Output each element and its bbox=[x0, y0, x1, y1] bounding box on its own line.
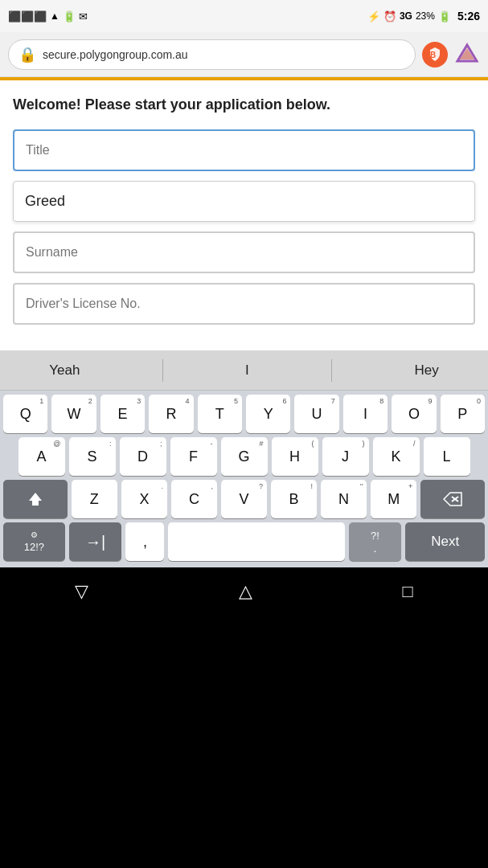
autocomplete-divider-2 bbox=[331, 359, 332, 382]
message-icon: ✉ bbox=[79, 10, 88, 23]
notification-icon: ⬛⬛⬛ bbox=[8, 10, 47, 23]
period-key[interactable]: ?!. bbox=[349, 522, 402, 561]
time-display: 5:26 bbox=[457, 10, 480, 23]
battery-icon: 🔋 bbox=[63, 10, 76, 23]
autocomplete-divider-1 bbox=[162, 359, 163, 382]
alarm-icon: ⏰ bbox=[383, 10, 396, 23]
key-p[interactable]: 0P bbox=[441, 395, 485, 433]
address-bar: 🔒 secure.polygongroup.com.au B bbox=[0, 32, 488, 77]
gear-numbers-icon: ⚙ bbox=[31, 530, 38, 539]
key-s[interactable]: :S bbox=[69, 437, 116, 476]
welcome-message: Welcome! Please start your application b… bbox=[13, 96, 475, 113]
home-nav-icon[interactable]: △ bbox=[239, 581, 252, 602]
keyboard-row-4: ⚙ 12!? →| , ?!. Next bbox=[0, 518, 488, 567]
signal-bars: ▲ bbox=[50, 10, 59, 22]
key-x[interactable]: .X bbox=[121, 480, 167, 518]
dropdown-greed-option[interactable]: Greed bbox=[13, 181, 475, 222]
back-nav-icon[interactable]: ▽ bbox=[75, 581, 88, 602]
key-q[interactable]: 1Q bbox=[3, 395, 47, 433]
keyboard-row-3: Z .X ,C ?V !B "N +M bbox=[0, 476, 488, 518]
tab-icon: →| bbox=[85, 533, 105, 551]
bluetooth-icon: ⚡ bbox=[367, 10, 380, 23]
backspace-key[interactable] bbox=[420, 480, 485, 518]
key-w[interactable]: 2W bbox=[51, 395, 96, 433]
comma-key[interactable]: , bbox=[125, 522, 164, 561]
key-r[interactable]: 4R bbox=[149, 395, 193, 433]
url-bar[interactable]: 🔒 secure.polygongroup.com.au bbox=[8, 39, 416, 70]
key-f[interactable]: -F bbox=[170, 437, 217, 476]
key-g[interactable]: #G bbox=[221, 437, 268, 476]
key-d[interactable]: ;D bbox=[120, 437, 166, 476]
url-text: secure.polygongroup.com.au bbox=[43, 48, 405, 61]
lock-icon: 🔒 bbox=[18, 46, 36, 63]
recent-nav-icon[interactable]: □ bbox=[402, 581, 412, 602]
key-h[interactable]: (H bbox=[272, 437, 318, 476]
key-v[interactable]: ?V bbox=[221, 480, 267, 518]
tab-key[interactable]: →| bbox=[69, 522, 122, 561]
status-left-icons: ⬛⬛⬛ ▲ 🔋 ✉ bbox=[8, 10, 88, 23]
keyboard-row-1: 1Q 2W 3E 4R 5T 6Y 7U 8I 9O 0P bbox=[0, 391, 488, 433]
key-y[interactable]: 6Y bbox=[246, 395, 290, 433]
key-m[interactable]: +M bbox=[371, 480, 416, 518]
key-i[interactable]: 8I bbox=[343, 395, 388, 433]
next-key[interactable]: Next bbox=[405, 522, 485, 561]
key-j[interactable]: )J bbox=[322, 437, 369, 476]
numbers-key[interactable]: ⚙ 12!? bbox=[3, 522, 65, 561]
key-l[interactable]: L bbox=[424, 437, 470, 476]
network-type: 3G bbox=[400, 10, 412, 22]
autocomplete-bar: Yeah I Hey bbox=[0, 350, 488, 391]
shift-key[interactable] bbox=[3, 480, 68, 518]
surname-input[interactable] bbox=[13, 231, 475, 273]
autocomplete-word-2[interactable]: I bbox=[229, 362, 265, 379]
status-bar: ⬛⬛⬛ ▲ 🔋 ✉ ⚡ ⏰ 3G 23% 🔋 5:26 bbox=[0, 0, 488, 32]
space-key[interactable] bbox=[168, 522, 344, 561]
brave-logo-svg: B bbox=[427, 46, 443, 63]
key-e[interactable]: 3E bbox=[100, 395, 145, 433]
backspace-icon bbox=[443, 492, 462, 506]
key-c[interactable]: ,C bbox=[171, 480, 217, 518]
nav-bar: ▽ △ □ bbox=[0, 567, 488, 616]
svg-marker-3 bbox=[29, 493, 42, 506]
page-content: Welcome! Please start your application b… bbox=[0, 77, 488, 350]
key-o[interactable]: 9O bbox=[392, 395, 436, 433]
menu-triangle-icon[interactable] bbox=[454, 42, 480, 68]
keyboard: 1Q 2W 3E 4R 5T 6Y 7U 8I 9O 0P @A :S ;D -… bbox=[0, 391, 488, 567]
autocomplete-word-3[interactable]: Hey bbox=[399, 362, 455, 379]
key-k[interactable]: /K bbox=[373, 437, 420, 476]
brave-browser-icon[interactable]: B bbox=[422, 42, 448, 68]
battery-bar: 🔋 bbox=[438, 10, 451, 23]
shift-icon bbox=[27, 490, 44, 508]
keyboard-row-2: @A :S ;D -F #G (H )J /K L bbox=[0, 433, 488, 476]
battery-percent: 23% bbox=[416, 10, 435, 22]
key-b[interactable]: !B bbox=[271, 480, 317, 518]
key-a[interactable]: @A bbox=[18, 437, 65, 476]
svg-text:B: B bbox=[430, 51, 436, 59]
key-z[interactable]: Z bbox=[72, 480, 117, 518]
key-n[interactable]: "N bbox=[321, 480, 367, 518]
license-input[interactable] bbox=[13, 283, 475, 325]
title-input[interactable] bbox=[13, 129, 475, 171]
key-t[interactable]: 5T bbox=[198, 395, 242, 433]
status-right-info: ⚡ ⏰ 3G 23% 🔋 5:26 bbox=[367, 10, 480, 23]
key-u[interactable]: 7U bbox=[294, 395, 338, 433]
autocomplete-word-1[interactable]: Yeah bbox=[33, 362, 96, 379]
